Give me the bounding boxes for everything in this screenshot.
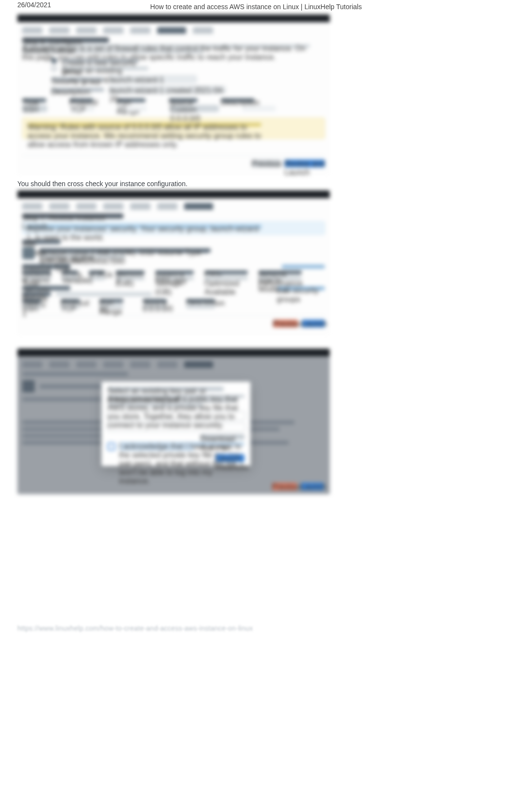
step-title: Step 7: Review Instance Launch (22, 214, 123, 218)
rule-source-select[interactable]: Custom 0.0.0.0/0 (170, 105, 219, 112)
type-table-row: t2.micro Variable 1 1 EBS only - Low to … (22, 276, 325, 280)
radio-existing-label: Select an existing security group (62, 67, 148, 70)
acknowledge-checkbox[interactable] (108, 443, 115, 450)
sg-table-row: SSH TCP 22 0.0.0.0/0 (22, 305, 325, 309)
launch-button[interactable]: Launch (302, 320, 325, 327)
sg-table-row: SSH TCP 22 Custom 0.0.0.0/0 (22, 105, 325, 112)
ami-name: Amazon Linux 2 AMI (HVM), SSD Volume Typ… (40, 248, 211, 253)
sg-table-header: Type Protocol Port Range Source Descript… (22, 98, 325, 102)
step-description: A security group is a set of firewall ru… (22, 44, 310, 48)
aws-topbar (17, 349, 330, 356)
sg-name-label: Security group name: (51, 77, 104, 81)
doc-title: How to create and access AWS instance on… (0, 3, 512, 11)
acknowledge-text: I acknowledge that I have access to the … (119, 442, 244, 446)
sg-desc-label: Description: (51, 88, 104, 92)
previous-button[interactable]: Previous (273, 320, 298, 327)
step-title: Step 6: Configure Security Group (22, 38, 109, 42)
radio-existing-sg[interactable] (51, 66, 57, 71)
tab-configure-sg[interactable] (157, 27, 186, 34)
caption-cross-check: You should then cross check your instanc… (17, 180, 330, 188)
sg-desc-input[interactable]: launch-wizard-1 created 2021-04-26 (109, 86, 226, 94)
info-banner: Improve your instances' security. Your s… (22, 221, 325, 235)
download-key-pair-button[interactable]: Download Key Pair (200, 434, 244, 439)
modal-title: Select an existing key pair or create a … (108, 387, 224, 391)
modal-text: A key pair consists of a public key that… (108, 395, 244, 398)
review-and-launch-button[interactable]: Review and Launch (284, 160, 325, 167)
previous-button[interactable]: Previous (272, 483, 297, 490)
aws-topbar (17, 190, 330, 198)
section-security-groups: Security Groups (22, 286, 70, 290)
screenshot-configure-security-group: Step 6: Configure Security Group A secur… (17, 14, 330, 175)
edit-security-groups-link[interactable]: Edit security groups (277, 286, 325, 290)
edit-instance-type-link[interactable] (282, 265, 325, 269)
sg-name-input[interactable]: launch-wizard-1 (109, 75, 197, 83)
rule-type-select[interactable]: SSH (22, 105, 47, 112)
ami-icon (22, 247, 35, 259)
previous-button[interactable]: Previous (252, 160, 281, 167)
section-instance-type: Instance Type (22, 264, 70, 269)
launch-instances-button[interactable]: Launch Instances (216, 454, 244, 462)
tab-review[interactable] (184, 203, 213, 210)
type-table-header: Instance Type ECUs vCPUs Memory (GiB) In… (22, 271, 325, 274)
radio-new-label: Create a new security group (62, 59, 139, 63)
screenshot-key-pair-modal: Select an existing key pair or create a … (17, 349, 330, 494)
aws-topbar (17, 14, 330, 22)
launch-button[interactable]: Launch (301, 483, 324, 490)
key-pair-modal: Select an existing key pair or create a … (101, 381, 251, 466)
screenshot-review-instance-launch: Step 7: Review Instance Launch Improve y… (17, 190, 330, 335)
source-url: https://www.linuxhelp.com/how-to-create-… (17, 624, 495, 632)
blurred-caption (17, 340, 330, 346)
doc-date: 26/04/2021 (17, 1, 51, 9)
wizard-tabs (22, 203, 325, 210)
sg-name: launch-wizard-1 (22, 292, 51, 296)
radio-new-sg[interactable] (51, 58, 57, 64)
wizard-tabs (22, 27, 325, 34)
